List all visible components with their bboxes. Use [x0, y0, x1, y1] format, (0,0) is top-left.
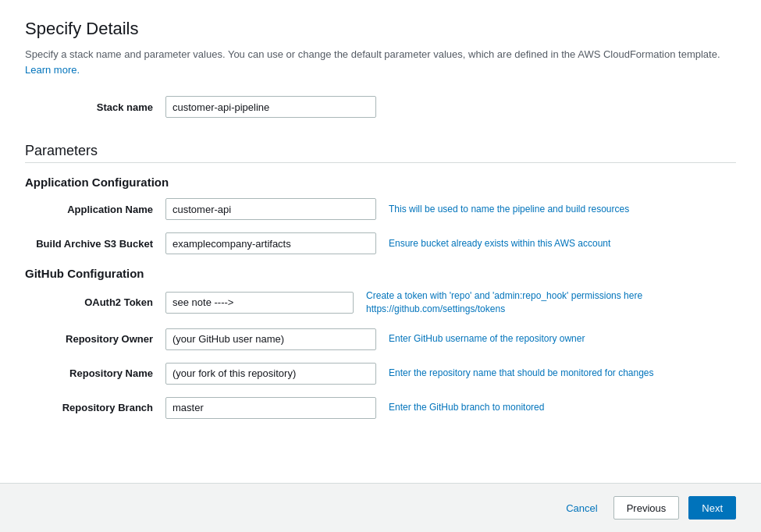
app-config-title: Application Configuration	[25, 176, 736, 189]
repo-name-hint: Enter the repository name that should be…	[389, 367, 654, 380]
repo-owner-hint: Enter GitHub username of the repository …	[389, 332, 585, 346]
cancel-button[interactable]: Cancel	[560, 498, 603, 518]
parameters-title: Parameters	[25, 143, 736, 159]
app-name-hint: This will be used to name the pipeline a…	[389, 203, 629, 216]
oauth-token-hint: Create a token with 'repo' and 'admin:re…	[366, 289, 736, 316]
repo-owner-label: Repository Owner	[25, 333, 165, 345]
app-name-input[interactable]	[165, 198, 376, 220]
github-config-title: GitHub Configuration	[25, 267, 736, 280]
repo-name-row: Repository Name Enter the repository nam…	[25, 363, 736, 385]
previous-button[interactable]: Previous	[613, 496, 680, 520]
page-title: Specify Details	[25, 19, 736, 39]
repo-owner-input[interactable]	[165, 328, 376, 350]
stack-name-row: Stack name	[25, 96, 736, 118]
github-config-section: GitHub Configuration OAuth2 Token Create…	[25, 267, 736, 419]
footer: Cancel Previous Next	[0, 483, 761, 532]
stack-name-section: Stack name	[25, 96, 736, 118]
page-description: Specify a stack name and parameter value…	[25, 47, 736, 77]
oauth-token-row: OAuth2 Token Create a token with 'repo' …	[25, 289, 736, 316]
learn-more-link[interactable]: Learn more.	[25, 64, 80, 76]
stack-name-input[interactable]	[165, 96, 376, 118]
s3-bucket-input[interactable]	[165, 232, 376, 254]
description-text: Specify a stack name and parameter value…	[25, 48, 720, 60]
repo-branch-hint: Enter the GitHub branch to monitored	[389, 401, 544, 414]
repo-owner-row: Repository Owner Enter GitHub username o…	[25, 328, 736, 350]
oauth-token-label: OAuth2 Token	[25, 296, 165, 308]
repo-branch-input[interactable]	[165, 397, 376, 419]
stack-name-label: Stack name	[25, 101, 165, 113]
repo-branch-row: Repository Branch Enter the GitHub branc…	[25, 397, 736, 419]
parameters-divider	[25, 162, 736, 163]
app-name-row: Application Name This will be used to na…	[25, 198, 736, 220]
oauth-token-input[interactable]	[165, 292, 354, 314]
next-button[interactable]: Next	[688, 496, 736, 520]
repo-branch-label: Repository Branch	[25, 402, 165, 413]
app-config-section: Application Configuration Application Na…	[25, 176, 736, 254]
repo-name-input[interactable]	[165, 363, 376, 385]
parameters-section: Parameters Application Configuration App…	[25, 143, 736, 419]
repo-name-label: Repository Name	[25, 367, 165, 379]
s3-bucket-hint: Ensure bucket already exists within this…	[389, 237, 610, 250]
s3-bucket-row: Build Archive S3 Bucket Ensure bucket al…	[25, 232, 736, 254]
s3-bucket-label: Build Archive S3 Bucket	[25, 238, 165, 250]
app-name-label: Application Name	[25, 204, 165, 215]
